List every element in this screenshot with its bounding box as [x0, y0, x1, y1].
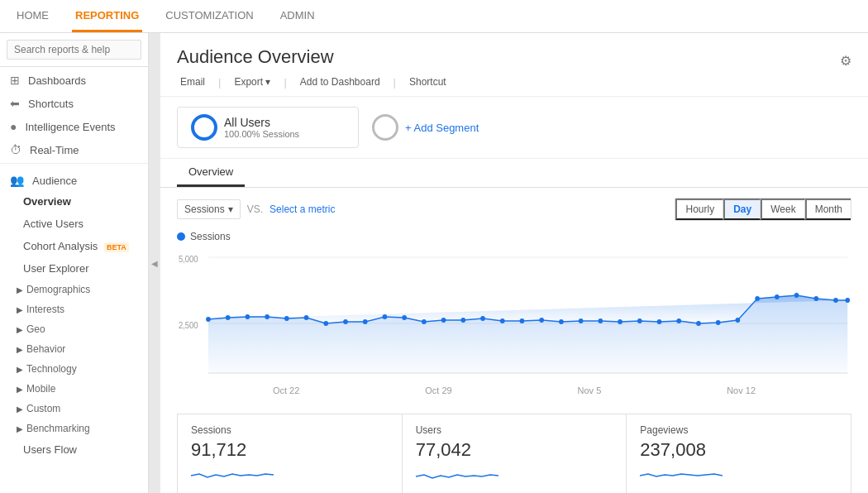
nav-home[interactable]: HOME: [13, 1, 52, 32]
svg-point-24: [559, 319, 564, 324]
svg-point-34: [755, 296, 760, 301]
svg-point-27: [618, 319, 622, 324]
svg-point-9: [265, 314, 269, 319]
sidebar-sub-behavior[interactable]: ▶ Behavior: [0, 339, 148, 359]
sidebar-item-cohort[interactable]: Cohort Analysis BETA: [0, 235, 148, 257]
intelligence-icon: ●: [10, 120, 17, 133]
sessions-label: Sessions: [191, 424, 389, 436]
sidebar-item-shortcuts[interactable]: ⬅ Shortcuts: [0, 90, 148, 113]
sidebar-dashboards-label: Dashboards: [28, 74, 86, 87]
x-label-0: Oct 22: [273, 385, 299, 395]
stat-sessions: Sessions 91,712: [177, 414, 402, 493]
behavior-label: Behavior: [26, 343, 65, 355]
benchmarking-arrow-icon: ▶: [17, 424, 23, 433]
stat-users: Users 77,042: [402, 414, 627, 493]
segment-sub: 100.00% Sessions: [224, 129, 299, 139]
custom-label: Custom: [26, 403, 60, 414]
svg-point-33: [736, 318, 741, 323]
svg-point-30: [676, 318, 681, 323]
day-button[interactable]: Day: [723, 199, 761, 220]
all-users-segment[interactable]: All Users 100.00% Sessions: [177, 107, 359, 148]
sidebar-sub-custom[interactable]: ▶ Custom: [0, 399, 148, 419]
svg-text:5,000: 5,000: [179, 255, 198, 264]
select-metric-link[interactable]: Select a metric: [269, 203, 335, 215]
sidebar-item-active-users[interactable]: Active Users: [0, 213, 148, 235]
svg-point-39: [845, 298, 850, 303]
sessions-legend-dot: [177, 232, 185, 241]
geo-arrow-icon: ▶: [17, 325, 23, 334]
add-segment-button[interactable]: + Add Segment: [372, 114, 479, 141]
export-button[interactable]: Export: [231, 74, 274, 89]
hourly-button[interactable]: Hourly: [675, 199, 723, 220]
sidebar: ⊞ Dashboards ⬅ Shortcuts ● Intelligence …: [0, 33, 149, 493]
sidebar-item-users-flow[interactable]: Users Flow: [0, 438, 148, 461]
sidebar-sub-demographics[interactable]: ▶ Demographics: [0, 280, 148, 299]
custom-arrow-icon: ▶: [17, 404, 23, 414]
metric-selector[interactable]: Sessions ▾: [177, 199, 241, 219]
demographics-label: Demographics: [26, 284, 90, 295]
add-segment-label: + Add Segment: [405, 122, 479, 134]
tab-overview[interactable]: Overview: [177, 159, 245, 187]
svg-point-20: [480, 316, 485, 321]
chart-x-axis: Oct 22 Oct 29 Nov 5 Nov 12: [177, 384, 851, 397]
sidebar-sub-technology[interactable]: ▶ Technology: [0, 359, 148, 379]
mobile-label: Mobile: [26, 383, 55, 395]
overview-tabs: Overview: [160, 159, 868, 188]
nav-customization[interactable]: CUSTOMIZATION: [162, 1, 256, 32]
sidebar-item-overview[interactable]: Overview: [0, 190, 148, 213]
svg-point-31: [696, 321, 701, 326]
shortcuts-icon: ⬅: [10, 97, 20, 110]
sidebar-item-user-explorer[interactable]: User Explorer: [0, 257, 148, 280]
x-label-2: Nov 5: [578, 385, 602, 395]
audience-icon: 👥: [10, 174, 24, 187]
nav-reporting[interactable]: REPORTING: [72, 1, 142, 32]
time-period-buttons: Hourly Day Week Month: [675, 198, 851, 221]
realtime-icon: ⏱: [10, 143, 21, 156]
svg-point-28: [637, 318, 642, 323]
search-input[interactable]: [7, 40, 141, 60]
chart-legend: Sessions: [177, 231, 851, 242]
sessions-legend-label: Sessions: [190, 231, 231, 242]
svg-point-21: [500, 318, 505, 323]
svg-point-14: [363, 319, 368, 324]
svg-marker-5: [208, 295, 847, 373]
segment-name: All Users: [224, 116, 299, 129]
sidebar-item-realtime[interactable]: ⏱ Real-Time: [0, 136, 148, 160]
pageviews-sparkline: [640, 466, 723, 486]
x-label-1: Oct 29: [425, 385, 451, 395]
page-title: Audience Overview: [177, 46, 334, 68]
sidebar-collapse-button[interactable]: ◀: [149, 33, 160, 493]
pageviews-label: Pageviews: [640, 424, 837, 436]
svg-point-11: [304, 315, 309, 320]
main-content: Audience Overview ⚙ Email | Export | Add…: [160, 33, 868, 493]
sidebar-item-intelligence[interactable]: ● Intelligence Events: [0, 113, 148, 136]
month-button[interactable]: Month: [805, 199, 851, 220]
email-button[interactable]: Email: [177, 74, 208, 89]
svg-point-26: [599, 318, 603, 323]
gear-icon[interactable]: ⚙: [840, 53, 851, 69]
sidebar-item-dashboards[interactable]: ⊞ Dashboards: [0, 67, 148, 90]
svg-point-19: [460, 318, 465, 323]
users-sparkline: [416, 466, 498, 486]
technology-label: Technology: [26, 363, 77, 375]
sidebar-sub-interests[interactable]: ▶ Interests: [0, 299, 148, 319]
technology-arrow-icon: ▶: [17, 365, 23, 374]
svg-point-13: [343, 319, 348, 324]
sidebar-shortcuts-label: Shortcuts: [28, 98, 74, 110]
pageviews-value: 237,008: [640, 439, 837, 461]
sidebar-audience-header[interactable]: 👥 Audience: [0, 167, 148, 190]
chart-wrapper: 5,000 2,500: [177, 249, 851, 397]
sidebar-sub-benchmarking[interactable]: ▶ Benchmarking: [0, 419, 148, 438]
main-layout: ⊞ Dashboards ⬅ Shortcuts ● Intelligence …: [0, 33, 868, 493]
sidebar-sub-mobile[interactable]: ▶ Mobile: [0, 379, 148, 399]
sessions-value: 91,712: [191, 439, 389, 461]
sidebar-sub-geo[interactable]: ▶ Geo: [0, 319, 148, 339]
week-button[interactable]: Week: [761, 199, 804, 220]
demographics-arrow-icon: ▶: [17, 285, 23, 294]
add-to-dashboard-button[interactable]: Add to Dashboard: [297, 74, 384, 89]
nav-admin[interactable]: ADMIN: [277, 1, 318, 32]
stats-row-1: Sessions 91,712 Users 77,042 Pageviews 2…: [160, 407, 868, 493]
metric-label: Sessions: [184, 203, 225, 215]
svg-point-7: [226, 315, 231, 320]
shortcut-button[interactable]: Shortcut: [406, 74, 450, 89]
